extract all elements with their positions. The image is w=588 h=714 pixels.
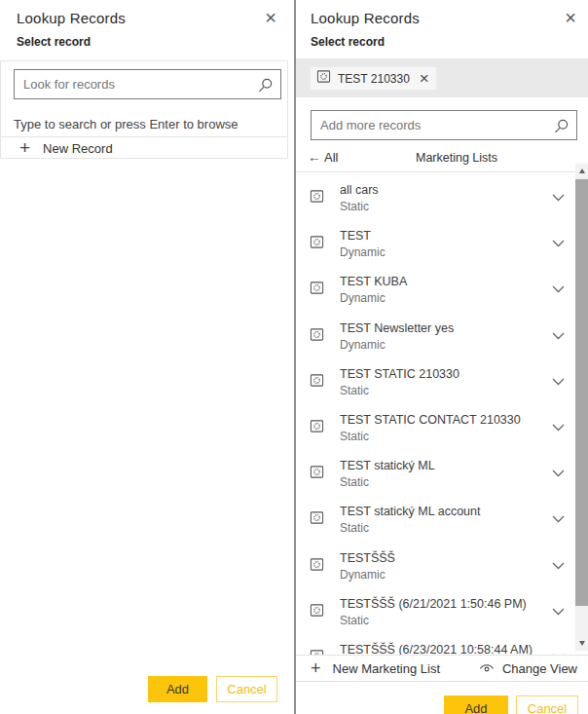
marketing-list-icon <box>310 419 324 437</box>
add-records-input[interactable] <box>312 111 543 139</box>
chevron-down-icon[interactable] <box>552 558 565 573</box>
record-name: TEST Newsletter yes <box>340 321 454 335</box>
record-type: Dynamic <box>340 245 386 259</box>
scrollbar <box>575 164 588 651</box>
chevron-down-icon[interactable] <box>552 511 565 526</box>
list-footer: + New Marketing List Change View <box>296 655 588 682</box>
search-input-wrap <box>14 69 281 99</box>
record-type: Static <box>340 475 369 489</box>
record-type: Static <box>340 521 369 535</box>
new-record-label: New Record <box>43 141 113 156</box>
selected-record-chip[interactable]: TEST 210330 × <box>311 67 436 90</box>
marketing-list-icon <box>310 281 324 299</box>
record-name: TEST statický ML <box>340 459 435 472</box>
marketing-list-icon <box>316 69 331 88</box>
marketing-list-icon <box>310 557 324 576</box>
close-icon[interactable]: × <box>265 8 276 27</box>
record-name: TEST statický ML account <box>340 505 481 518</box>
plus-icon: + <box>19 139 30 157</box>
search-section: Type to search or press Enter to browse … <box>0 60 288 159</box>
chevron-down-icon[interactable] <box>552 374 565 389</box>
cancel-button[interactable]: Cancel <box>216 676 277 702</box>
lookup-dialog-left: Lookup Records × Select record Type to s… <box>0 0 294 714</box>
back-to-all-link[interactable]: ← All <box>308 149 338 165</box>
marketing-list-icon <box>310 603 324 621</box>
selected-records-band: TEST 210330 × <box>296 58 588 97</box>
search-icon[interactable] <box>257 77 274 96</box>
change-view-label: Change View <box>502 661 577 676</box>
list-item[interactable]: TEST KUBA Dynamic <box>296 264 588 310</box>
new-marketing-list-label: New Marketing List <box>333 661 441 676</box>
marketing-list-icon <box>310 465 324 483</box>
view-title: Marketing Lists <box>335 151 578 165</box>
page-title: Lookup Records <box>311 10 420 26</box>
chevron-down-icon[interactable] <box>552 236 565 250</box>
record-name: TEST STATIC 210330 <box>340 367 459 381</box>
record-type: Static <box>340 384 369 397</box>
marketing-list-icon <box>310 235 324 253</box>
chevron-down-icon[interactable] <box>552 420 565 434</box>
lookup-dialog-right: Lookup Records × Select record TEST 2103… <box>294 0 588 714</box>
record-type: Dynamic <box>340 291 386 305</box>
back-arrow-icon: ← <box>308 149 321 165</box>
change-view-button[interactable]: Change View <box>479 661 577 676</box>
chevron-down-icon[interactable] <box>552 282 565 296</box>
marketing-list-icon <box>310 189 324 207</box>
search-hint: Type to search or press Enter to browse <box>14 117 239 132</box>
select-record-label: Select record <box>311 35 385 49</box>
list-item[interactable]: TEST statický ML account Static <box>296 494 588 540</box>
list-item[interactable]: TEST statický ML Static <box>296 448 588 494</box>
list-item[interactable]: TESTŠŠŠ (6/23/2021 10:58:44 AM) <box>296 632 588 655</box>
record-name: TESTŠŠŠ <box>340 551 395 565</box>
record-type: Dynamic <box>340 338 386 352</box>
selected-record-label: TEST 210330 <box>338 72 410 86</box>
record-name: all cars <box>340 183 379 197</box>
cancel-button[interactable]: Cancel <box>516 695 578 714</box>
chevron-down-icon[interactable] <box>552 190 565 205</box>
marketing-list-icon <box>310 327 324 346</box>
list-item[interactable]: TEST Dynamic <box>296 218 588 264</box>
list-item[interactable]: TEST STATIC 210330 Static <box>296 357 588 402</box>
scrollbar-thumb[interactable] <box>575 179 588 606</box>
close-icon[interactable]: × <box>565 8 576 27</box>
search-input[interactable] <box>15 70 247 98</box>
search-icon[interactable] <box>553 118 570 137</box>
chevron-down-icon[interactable] <box>552 328 565 343</box>
new-marketing-list-button[interactable]: + New Marketing List <box>311 660 440 676</box>
record-name: TEST STATIC CONTACT 210330 <box>340 413 521 427</box>
search-input-wrap <box>311 110 577 140</box>
list-item[interactable]: TEST Newsletter yes Dynamic <box>296 311 588 357</box>
chevron-down-icon[interactable] <box>552 604 565 619</box>
plus-icon: + <box>311 660 321 676</box>
record-type: Static <box>340 614 369 627</box>
record-type: Dynamic <box>340 568 386 582</box>
list-item[interactable]: TESTŠŠŠ (6/21/2021 1:50:46 PM) Static <box>296 586 588 632</box>
select-record-label: Select record <box>17 35 91 49</box>
new-record-button[interactable]: + New Record <box>1 137 287 159</box>
record-name: TESTŠŠŠ (6/23/2021 10:58:44 AM) <box>340 643 533 655</box>
scroll-up-icon[interactable] <box>575 164 588 178</box>
record-name: TESTŠŠŠ (6/21/2021 1:50:46 PM) <box>340 597 527 611</box>
record-type: Static <box>340 200 369 213</box>
marketing-list-icon <box>310 373 324 392</box>
records-list: all cars Static TEST Dynamic TEST KUBA D… <box>296 172 588 655</box>
chevron-down-icon[interactable] <box>552 466 565 480</box>
record-name: TEST <box>340 229 371 243</box>
add-button[interactable]: Add <box>148 676 207 702</box>
marketing-list-icon <box>310 510 324 529</box>
add-button[interactable]: Add <box>444 695 508 714</box>
record-type: Static <box>340 430 369 443</box>
list-item[interactable]: all cars Static <box>296 172 588 218</box>
record-name: TEST KUBA <box>340 275 407 288</box>
list-item[interactable]: TEST STATIC CONTACT 210330 Static <box>296 402 588 448</box>
scroll-down-icon[interactable] <box>575 636 588 651</box>
list-item[interactable]: TESTŠŠŠ Dynamic <box>296 541 588 586</box>
page-title: Lookup Records <box>17 10 126 26</box>
change-view-eye-icon <box>479 661 495 676</box>
remove-tag-icon[interactable]: × <box>417 71 429 87</box>
